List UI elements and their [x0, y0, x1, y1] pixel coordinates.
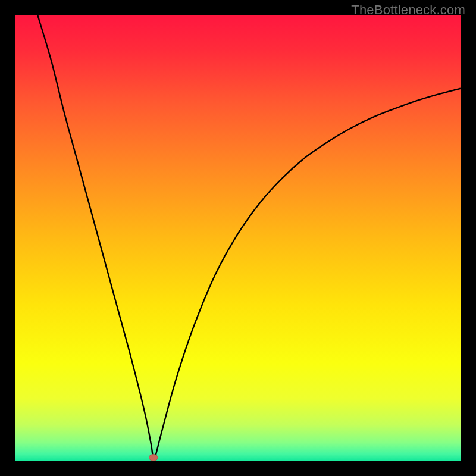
gradient-background: [15, 15, 461, 461]
optimal-point-marker: [149, 455, 158, 461]
chart-frame: TheBottleneck.com: [0, 0, 476, 476]
bottleneck-chart: [15, 15, 461, 461]
